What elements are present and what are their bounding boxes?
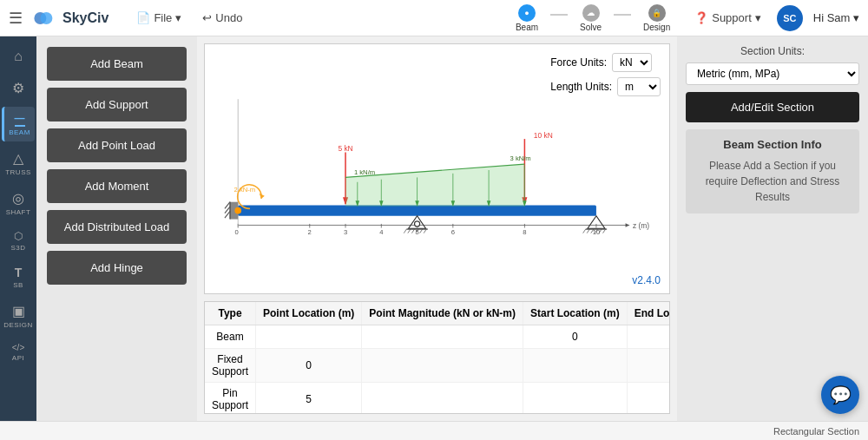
row-start-loc bbox=[523, 349, 628, 383]
add-moment-button[interactable]: Add Moment bbox=[47, 169, 187, 203]
add-support-button[interactable]: Add Support bbox=[47, 88, 187, 121]
svg-text:10 kN: 10 kN bbox=[534, 131, 553, 140]
sidebar-truss-label: TRUSS bbox=[5, 168, 31, 176]
workflow-solve-label: Solve bbox=[580, 23, 602, 32]
support-menu[interactable]: ❓ Support ▾ bbox=[686, 8, 770, 28]
force-units-select[interactable]: kNNkiplbf bbox=[612, 53, 652, 72]
right-panel: Section Units: Metric (mm, MPa) Imperial… bbox=[677, 36, 868, 421]
username[interactable]: Hi Sam ▾ bbox=[813, 11, 859, 24]
sidebar-item-home[interactable]: ⌂ bbox=[2, 43, 35, 71]
sidebar-s3d-label: S3D bbox=[10, 244, 25, 252]
left-panel: Add Beam Add Support Add Point Load Add … bbox=[36, 36, 197, 421]
row-type: Pin Support bbox=[205, 383, 256, 415]
truss-icon: △ bbox=[13, 150, 23, 167]
sidebar-item-beam[interactable]: — BEAM bbox=[2, 107, 35, 141]
add-point-load-button[interactable]: Add Point Load bbox=[47, 128, 187, 162]
table-row: Fixed Support 0 ✏ ✕ bbox=[205, 349, 670, 383]
col-end-loc: End Location (m) bbox=[627, 302, 670, 325]
row-point-loc: 0 bbox=[256, 349, 362, 383]
row-start-loc bbox=[523, 383, 628, 415]
sidebar-api-label: API bbox=[12, 354, 24, 362]
row-point-mag bbox=[362, 349, 523, 383]
svg-text:1 kN/m: 1 kN/m bbox=[354, 168, 375, 176]
s3d-icon: ⬡ bbox=[14, 230, 23, 242]
sidebar-item-design[interactable]: ▣ DESIGN bbox=[2, 298, 35, 334]
svg-text:6: 6 bbox=[451, 228, 455, 236]
gear-icon: ⚙ bbox=[12, 80, 24, 96]
row-end-loc bbox=[627, 349, 670, 383]
section-units-label: Section Units: bbox=[740, 45, 805, 57]
sidebar: ⌂ ⚙ — BEAM △ TRUSS ◎ SHAFT ⬡ S3D T SB ▣ … bbox=[0, 36, 36, 421]
svg-text:5 kN: 5 kN bbox=[338, 144, 352, 153]
center-area: Force Units: kNNkiplbf Length Units: mcm… bbox=[197, 36, 677, 421]
svg-text:4: 4 bbox=[379, 228, 384, 236]
main-layout: ⌂ ⚙ — BEAM △ TRUSS ◎ SHAFT ⬡ S3D T SB ▣ … bbox=[0, 36, 868, 421]
svg-line-40 bbox=[587, 229, 589, 233]
support-icon: ❓ bbox=[694, 11, 708, 24]
workflow-design-label: Design bbox=[643, 23, 670, 32]
workflow-beam-label: Beam bbox=[516, 23, 538, 32]
home-icon: ⌂ bbox=[14, 49, 23, 64]
add-beam-button[interactable]: Add Beam bbox=[47, 47, 187, 81]
force-units-row: Force Units: kNNkiplbf bbox=[550, 53, 661, 72]
chat-button[interactable]: 💬 bbox=[821, 376, 859, 414]
hamburger-menu[interactable]: ☰ bbox=[9, 9, 23, 28]
table-row: Pin Support 5 ✏ ✕ bbox=[205, 383, 670, 415]
sidebar-beam-label: BEAM bbox=[9, 128, 30, 136]
sidebar-item-api[interactable]: </> API bbox=[2, 338, 35, 367]
length-units-label: Length Units: bbox=[550, 81, 612, 93]
sidebar-item-s3d[interactable]: ⬡ S3D bbox=[2, 225, 35, 257]
row-point-loc: 5 bbox=[256, 383, 362, 415]
section-units-select[interactable]: Metric (mm, MPa) Imperial (in, ksi) bbox=[686, 62, 859, 85]
workflow-solve[interactable]: ☁ Solve bbox=[571, 3, 610, 34]
support-label: Support bbox=[712, 11, 752, 24]
col-point-mag: Point Magnitude (kN or kN-m) bbox=[362, 302, 523, 325]
svg-line-39 bbox=[583, 229, 586, 233]
beam-section-info: Beam Section Info Please Add a Section i… bbox=[686, 129, 859, 213]
undo-button[interactable]: ↩ Undo bbox=[195, 8, 249, 28]
force-units-label: Force Units: bbox=[550, 56, 607, 69]
svg-text:0: 0 bbox=[235, 228, 239, 236]
svg-text:2: 2 bbox=[308, 228, 312, 236]
add-distributed-load-button[interactable]: Add Distributed Load bbox=[47, 210, 187, 244]
chat-icon: 💬 bbox=[830, 384, 852, 405]
workflow-beam-dot: ● bbox=[518, 4, 536, 22]
sidebar-shaft-label: SHAFT bbox=[6, 208, 31, 216]
svg-point-45 bbox=[234, 207, 241, 214]
table-row: Beam 0 10 ✏ bbox=[205, 325, 670, 349]
shaft-icon: ◎ bbox=[12, 190, 24, 207]
svg-text:3: 3 bbox=[344, 228, 347, 236]
svg-line-35 bbox=[424, 229, 426, 233]
units-panel: Force Units: kNNkiplbf Length Units: mcm… bbox=[550, 53, 661, 96]
file-icon: 📄 bbox=[136, 11, 150, 24]
svg-rect-22 bbox=[238, 206, 596, 216]
svg-text:z (m): z (m) bbox=[633, 221, 649, 230]
workflow-solve-dot: ☁ bbox=[582, 4, 600, 22]
sidebar-item-settings[interactable]: ⚙ bbox=[2, 75, 35, 103]
row-point-mag bbox=[362, 325, 523, 349]
row-point-mag bbox=[362, 383, 523, 415]
row-start-loc: 0 bbox=[523, 325, 628, 349]
svg-point-1 bbox=[40, 12, 52, 24]
col-start-loc: Start Location (m) bbox=[523, 302, 628, 325]
file-menu[interactable]: 📄 File ▾ bbox=[129, 8, 188, 28]
workflow-beam[interactable]: ● Beam bbox=[507, 3, 547, 34]
workflow-line-1 bbox=[550, 14, 568, 16]
svg-text:3 kN/m: 3 kN/m bbox=[510, 154, 531, 162]
sidebar-item-truss[interactable]: △ TRUSS bbox=[2, 145, 35, 181]
workflow-design[interactable]: 🔒 Design bbox=[635, 3, 679, 34]
status-bar: Rectangular Section bbox=[0, 421, 868, 440]
add-hinge-button[interactable]: Add Hinge bbox=[47, 251, 187, 285]
row-end-loc: 10 bbox=[627, 325, 670, 349]
undo-icon: ↩ bbox=[202, 11, 212, 24]
sidebar-item-shaft[interactable]: ◎ SHAFT bbox=[2, 185, 35, 221]
row-type: Fixed Support bbox=[205, 349, 256, 383]
beam-icon: — bbox=[15, 112, 25, 127]
length-units-row: Length Units: mcmmmftin bbox=[550, 77, 661, 96]
add-edit-section-button[interactable]: Add/Edit Section bbox=[686, 92, 859, 122]
sidebar-design-label: DESIGN bbox=[3, 321, 33, 329]
version-label: v2.4.0 bbox=[632, 274, 661, 286]
sidebar-item-sb[interactable]: T SB bbox=[2, 260, 35, 294]
length-units-select[interactable]: mcmmmftin bbox=[617, 77, 661, 96]
beam-canvas[interactable]: Force Units: kNNkiplbf Length Units: mcm… bbox=[204, 43, 670, 294]
